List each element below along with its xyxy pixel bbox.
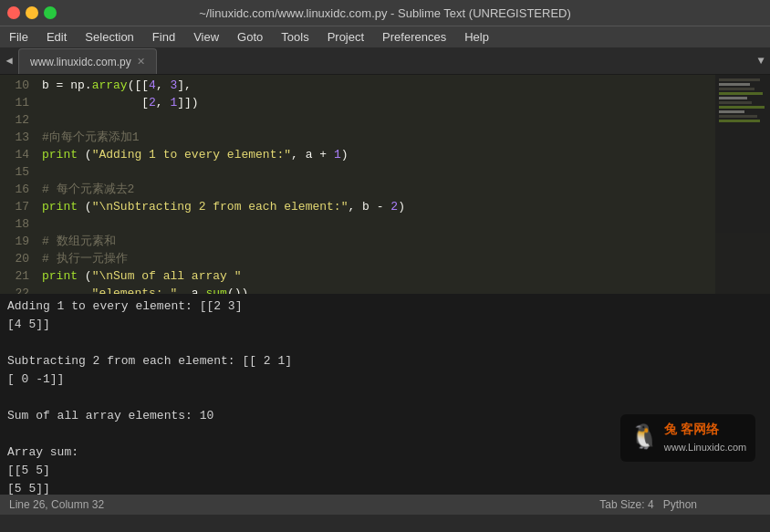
- code-line-12: [42, 111, 715, 129]
- tab-close-icon[interactable]: ✕: [137, 56, 145, 68]
- tab-bar: ◀ www.linuxidc.com.py ✕ ▼: [0, 47, 770, 75]
- menu-edit[interactable]: Edit: [37, 26, 76, 47]
- line-num-16: 16: [0, 181, 29, 198]
- code-line-21: print ("\nSum of all array ": [42, 267, 715, 285]
- code-line-17: print ("\nSubtracting 2 from each elemen…: [42, 198, 715, 215]
- menu-selection[interactable]: Selection: [76, 26, 142, 47]
- code-line-19: # 数组元素和: [42, 233, 715, 250]
- status-right: Tab Size: 4 Python: [599, 498, 697, 511]
- line-num-21: 21: [0, 267, 29, 285]
- window-controls: [7, 6, 57, 19]
- watermark: 🐧 兔 客网络 www.Linuxidc.com: [606, 402, 770, 475]
- menu-tools[interactable]: Tools: [272, 26, 317, 47]
- line-num-13: 13: [0, 129, 29, 146]
- watermark-inner: 🐧 兔 客网络 www.Linuxidc.com: [620, 414, 755, 462]
- line-num-20: 20: [0, 250, 29, 267]
- line-num-12: 12: [0, 111, 29, 129]
- menu-find[interactable]: Find: [143, 26, 184, 47]
- menu-bar: File Edit Selection Find View Goto Tools…: [0, 26, 770, 47]
- minimize-button[interactable]: [26, 6, 38, 19]
- menu-preferences[interactable]: Preferences: [373, 26, 455, 47]
- menu-help[interactable]: Help: [455, 26, 498, 47]
- line-num-10: 10: [0, 77, 29, 94]
- code-line-18: [42, 215, 715, 233]
- close-button[interactable]: [7, 6, 20, 19]
- editor-area: 10 11 12 13 14 15 16 17 18 19 20 21 22 b…: [0, 75, 770, 294]
- output-line-1: Adding 1 to every element: [[2 3]: [7, 297, 763, 316]
- code-line-22: "elements: ", a.sum()): [42, 285, 715, 294]
- title-bar: ~/linuxidc.com/www.linuxidc.com.py - Sub…: [0, 0, 770, 26]
- code-editor[interactable]: b = np.array([[4, 3], [2, 1]]) #向每个元素添加1…: [36, 75, 715, 294]
- line-num-17: 17: [0, 198, 29, 215]
- watermark-sub-text: www.Linuxidc.com: [664, 438, 746, 456]
- tab-nav-right[interactable]: ▼: [752, 47, 770, 75]
- tab-size: Tab Size: 4: [599, 498, 653, 511]
- tab-file[interactable]: www.linuxidc.com.py ✕: [18, 48, 157, 74]
- line-num-18: 18: [0, 215, 29, 233]
- output-line-4: Subtracting 2 from each element: [[ 2 1]: [7, 352, 763, 370]
- window-title: ~/linuxidc.com/www.linuxidc.com.py - Sub…: [199, 6, 571, 20]
- code-line-13: #向每个元素添加1: [42, 129, 715, 146]
- menu-project[interactable]: Project: [318, 26, 373, 47]
- code-line-11: [2, 1]]): [42, 94, 715, 111]
- cursor-position: Line 26, Column 32: [9, 498, 104, 511]
- linux-penguin-icon: 🐧: [630, 429, 659, 447]
- menu-goto[interactable]: Goto: [228, 26, 272, 47]
- language-mode: Python: [663, 498, 697, 511]
- code-line-16: # 每个元素减去2: [42, 181, 715, 198]
- output-line-5: [ 0 -1]]: [7, 370, 763, 389]
- watermark-top-text: 兔 客网络: [664, 420, 746, 438]
- tab-nav-left[interactable]: ◀: [0, 47, 18, 74]
- line-numbers: 10 11 12 13 14 15 16 17 18 19 20 21 22: [0, 75, 36, 294]
- menu-view[interactable]: View: [184, 26, 228, 47]
- tab-label: www.linuxidc.com.py: [30, 56, 131, 68]
- code-line-20: # 执行一元操作: [42, 250, 715, 267]
- status-bar: Line 26, Column 32 Tab Size: 4 Python: [0, 495, 770, 515]
- line-num-15: 15: [0, 163, 29, 181]
- line-num-14: 14: [0, 146, 29, 163]
- menu-file[interactable]: File: [0, 26, 37, 47]
- output-line-11: [5 5]]: [7, 480, 763, 495]
- code-line-15: [42, 163, 715, 181]
- minimap: [715, 75, 770, 294]
- code-line-14: print ("Adding 1 to every element:", a +…: [42, 146, 715, 163]
- output-line-3: [7, 334, 763, 352]
- code-line-10: b = np.array([[4, 3],: [42, 77, 715, 94]
- line-num-19: 19: [0, 233, 29, 250]
- output-area: Adding 1 to every element: [[2 3] [4 5]]…: [0, 294, 770, 495]
- maximize-button[interactable]: [44, 6, 57, 19]
- output-line-2: [4 5]]: [7, 316, 763, 334]
- line-num-11: 11: [0, 94, 29, 111]
